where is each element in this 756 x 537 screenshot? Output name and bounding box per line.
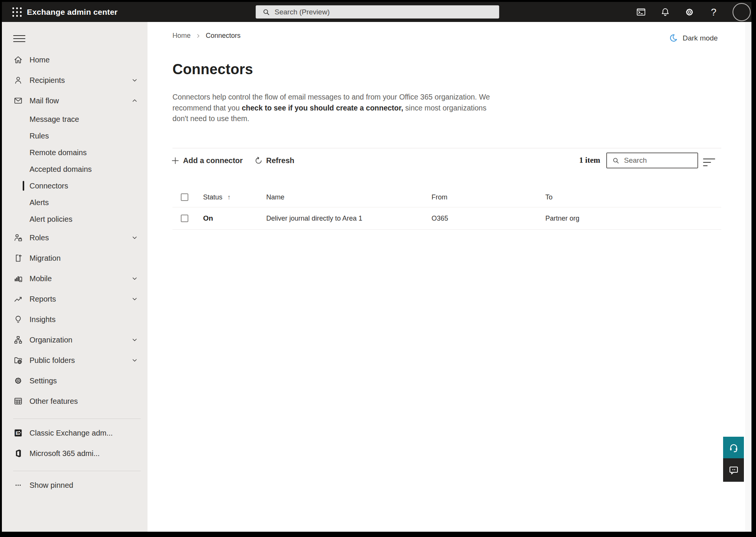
column-header-to[interactable]: To (545, 193, 721, 201)
table-row[interactable]: On Deliver journal directly to Area 1 O3… (172, 207, 721, 230)
notifications-button[interactable] (660, 7, 671, 17)
refresh-button[interactable]: Refresh (254, 156, 294, 165)
headset-icon (728, 442, 739, 453)
app-launcher-button[interactable] (7, 2, 27, 22)
chevron-down-icon (131, 234, 138, 241)
sidebar-divider (13, 419, 141, 419)
sidebar-nav: Home Recipients Mail flow Message trace … (2, 22, 147, 532)
exchange-admin-center-window: Exchange admin center (2, 2, 751, 532)
sidebar-divider (13, 471, 141, 471)
sidebar-item-roles[interactable]: Roles (2, 227, 147, 248)
classic-exchange-logo-icon: E (13, 428, 23, 438)
sidebar-item-label: Public folders (29, 356, 75, 365)
sidebar-item-label: Recipients (29, 76, 65, 85)
column-header-status[interactable]: Status ↑ (203, 193, 266, 201)
home-icon (13, 55, 23, 65)
sidebar-item-label: Settings (29, 377, 57, 385)
global-search-box[interactable] (256, 5, 499, 19)
sidebar-item-recipients[interactable]: Recipients (2, 70, 147, 90)
filter-button[interactable] (703, 157, 716, 167)
sidebar-item-accepted-domains[interactable]: Accepted domains (2, 161, 147, 177)
chevron-down-icon (131, 356, 138, 364)
sidebar-item-home[interactable]: Home (2, 50, 147, 70)
sidebar-item-alerts[interactable]: Alerts (2, 194, 147, 211)
support-button[interactable] (723, 437, 744, 458)
list-search-box[interactable] (606, 153, 698, 168)
sidebar-item-settings[interactable]: Settings (2, 370, 147, 391)
cell-to: Partner org (545, 215, 721, 223)
chevron-right-icon (196, 33, 201, 39)
document-arrow-icon (13, 253, 23, 263)
sidebar-item-mobile[interactable]: Mobile (2, 268, 147, 289)
app-title: Exchange admin center (27, 2, 118, 22)
lightbulb-icon (13, 314, 23, 324)
add-connector-button[interactable]: Add a connector (171, 156, 243, 165)
sidebar-item-label: Remote domains (29, 148, 87, 157)
sidebar-item-alert-policies[interactable]: Alert policies (2, 211, 147, 227)
sidebar-item-label: Message trace (29, 115, 79, 124)
sidebar-item-label: Home (29, 56, 50, 64)
folder-globe-icon (13, 355, 23, 365)
column-header-label: Status (203, 193, 222, 201)
person-briefcase-icon (13, 233, 23, 243)
sidebar-item-mail-flow[interactable]: Mail flow (2, 90, 147, 111)
chevron-down-icon (131, 275, 138, 282)
select-all-checkbox[interactable] (181, 193, 188, 201)
breadcrumb-home-link[interactable]: Home (172, 32, 191, 40)
create-connector-check-link[interactable]: check to see if you should create a conn… (242, 104, 403, 112)
cell-name[interactable]: Deliver journal directly to Area 1 (266, 215, 432, 223)
sidebar-item-label: Accepted domains (29, 165, 92, 174)
powershell-button[interactable] (636, 7, 646, 17)
sidebar-item-label: Mail flow (29, 97, 59, 105)
hamburger-menu-icon[interactable] (13, 34, 25, 43)
sidebar-item-connectors[interactable]: Connectors (2, 177, 147, 194)
column-header-name[interactable]: Name (266, 193, 432, 201)
sort-ascending-icon: ↑ (227, 193, 231, 201)
sidebar-item-other-features[interactable]: Other features (2, 391, 147, 411)
sidebar-item-organization[interactable]: Organization (2, 330, 147, 350)
dark-mode-label: Dark mode (683, 34, 718, 42)
add-connector-label: Add a connector (183, 156, 243, 165)
waffle-icon (11, 6, 23, 18)
sidebar-item-show-pinned[interactable]: Show pinned (2, 475, 147, 495)
feedback-button[interactable] (723, 458, 744, 482)
moon-icon (669, 33, 678, 43)
sidebar-item-label: Microsoft 365 admi... (29, 449, 100, 458)
account-avatar[interactable] (733, 3, 751, 21)
breadcrumb: Home Connectors (172, 32, 241, 40)
sidebar-item-classic-exchange-admin[interactable]: E Classic Exchange adm... (2, 423, 147, 443)
sidebar-item-public-folders[interactable]: Public folders (2, 350, 147, 370)
row-checkbox[interactable] (181, 215, 188, 222)
column-header-from[interactable]: From (432, 193, 545, 201)
chevron-down-icon (131, 336, 138, 344)
sidebar-item-remote-domains[interactable]: Remote domains (2, 144, 147, 161)
sidebar-item-migration[interactable]: Migration (2, 248, 147, 268)
question-mark-icon: ? (711, 7, 716, 17)
sidebar-item-insights[interactable]: Insights (2, 309, 147, 330)
sidebar-item-label: Other features (29, 397, 78, 406)
sidebar-item-label: Reports (29, 295, 56, 304)
refresh-icon (254, 156, 263, 165)
table-header-row: Status ↑ Name From To (172, 187, 721, 207)
gear-icon (684, 7, 695, 17)
global-search-input[interactable] (275, 8, 486, 16)
sidebar-item-rules[interactable]: Rules (2, 128, 147, 144)
envelope-icon (13, 96, 23, 106)
svg-text:E: E (16, 430, 19, 436)
command-bar: Add a connector Refresh (171, 151, 294, 170)
search-icon (262, 8, 270, 16)
help-button[interactable]: ? (708, 7, 719, 17)
dark-mode-toggle[interactable]: Dark mode (669, 33, 718, 43)
sidebar-item-reports[interactable]: Reports (2, 289, 147, 309)
sidebar-item-label: Organization (29, 336, 72, 344)
terminal-icon (636, 7, 646, 17)
breadcrumb-current: Connectors (206, 32, 241, 40)
settings-button[interactable] (684, 7, 695, 17)
list-search-input[interactable] (624, 156, 688, 165)
item-count: 1 item (558, 156, 600, 165)
sidebar-item-label: Connectors (29, 182, 68, 190)
sidebar-item-microsoft-365-admin[interactable]: Microsoft 365 admi... (2, 443, 147, 464)
page-description: Connectors help control the flow of emai… (172, 92, 494, 124)
sidebar-item-message-trace[interactable]: Message trace (2, 111, 147, 128)
mobile-stats-icon (13, 274, 23, 283)
